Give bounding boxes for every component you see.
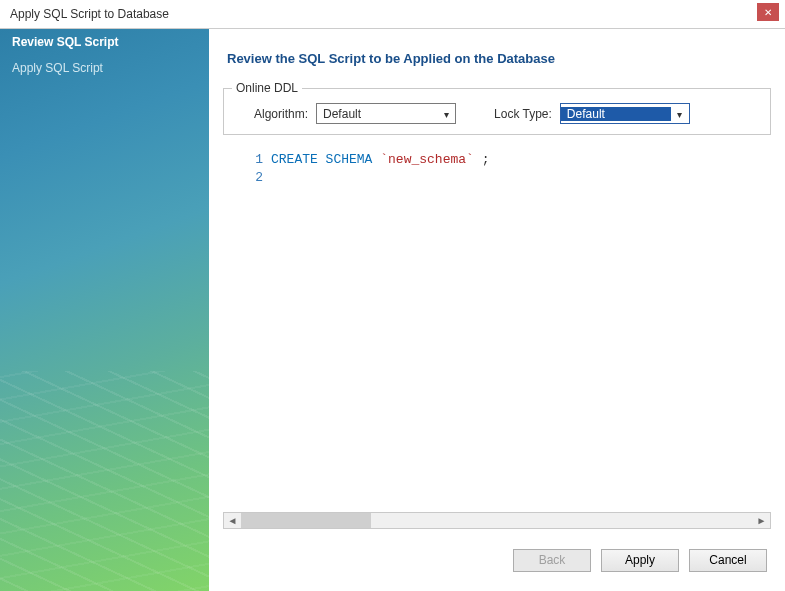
algorithm-label: Algorithm:	[254, 107, 308, 121]
locktype-dropdown[interactable]: Default ▾	[560, 103, 690, 124]
group-label: Online DDL	[232, 81, 302, 95]
footer-buttons: Back Apply Cancel	[209, 529, 785, 591]
code-line[interactable]	[271, 169, 771, 187]
sql-editor[interactable]: 1 2 CREATE SCHEMA `new_schema` ;	[223, 147, 771, 529]
page-heading: Review the SQL Script to be Applied on t…	[209, 29, 785, 80]
step-label: Apply SQL Script	[12, 61, 103, 75]
locktype-value: Default	[561, 107, 671, 121]
chevron-down-icon: ▾	[439, 108, 453, 119]
step-label: Review SQL Script	[12, 35, 118, 49]
chevron-down-icon: ▾	[673, 108, 687, 119]
close-button[interactable]: ✕	[757, 3, 779, 21]
line-number: 2	[223, 169, 263, 187]
algorithm-dropdown[interactable]: Default ▾	[316, 103, 456, 124]
ddl-row: Algorithm: Default ▾ Lock Type: Default …	[234, 103, 760, 124]
step-review-sql[interactable]: Review SQL Script	[0, 29, 209, 55]
sql-identifier: `new_schema`	[380, 152, 474, 167]
dialog-body: Review SQL Script Apply SQL Script Revie…	[0, 29, 785, 591]
line-number: 1	[223, 151, 263, 169]
code-area: 1 2 CREATE SCHEMA `new_schema` ;	[223, 147, 771, 508]
scroll-left-button[interactable]: ◄	[224, 513, 241, 528]
locktype-label: Lock Type:	[494, 107, 552, 121]
scroll-right-button[interactable]: ►	[753, 513, 770, 528]
wizard-sidebar: Review SQL Script Apply SQL Script	[0, 29, 209, 591]
code-line[interactable]: CREATE SCHEMA `new_schema` ;	[271, 151, 771, 169]
apply-button[interactable]: Apply	[601, 549, 679, 572]
line-gutter: 1 2	[223, 147, 271, 508]
window-title: Apply SQL Script to Database	[10, 7, 169, 21]
back-button: Back	[513, 549, 591, 572]
scroll-track[interactable]	[241, 513, 753, 528]
scroll-thumb[interactable]	[241, 513, 371, 528]
cancel-button[interactable]: Cancel	[689, 549, 767, 572]
algorithm-value: Default	[317, 107, 427, 121]
horizontal-scrollbar[interactable]: ◄ ►	[223, 512, 771, 529]
online-ddl-group: Online DDL Algorithm: Default ▾ Lock Typ…	[223, 88, 771, 135]
close-icon: ✕	[764, 7, 772, 18]
titlebar: Apply SQL Script to Database ✕	[0, 0, 785, 29]
sql-suffix: ;	[482, 152, 490, 167]
sql-keyword: CREATE SCHEMA	[271, 152, 372, 167]
arrow-left-icon: ◄	[228, 515, 238, 526]
main-panel: Review the SQL Script to be Applied on t…	[209, 29, 785, 591]
code-lines[interactable]: CREATE SCHEMA `new_schema` ;	[271, 147, 771, 508]
step-apply-sql[interactable]: Apply SQL Script	[0, 55, 209, 81]
arrow-right-icon: ►	[757, 515, 767, 526]
